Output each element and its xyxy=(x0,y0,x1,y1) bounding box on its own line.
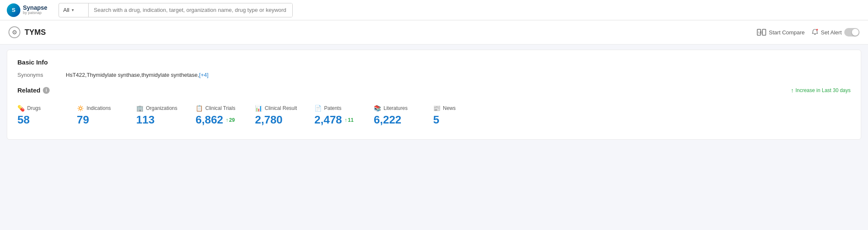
toggle-knob xyxy=(852,29,859,36)
stat-value: 79 xyxy=(77,113,89,126)
stat-icon: 🔅 xyxy=(77,105,84,112)
stat-label: Clinical Trials xyxy=(205,105,235,111)
stat-increase: ↑ 11 xyxy=(344,117,353,123)
synonyms-more-link[interactable]: [+4] xyxy=(199,72,208,78)
related-title-text: Related xyxy=(17,87,40,94)
search-bar: All ▾ xyxy=(59,3,293,17)
svg-rect-1 xyxy=(762,29,766,35)
compare-label: Start Compare xyxy=(769,29,805,36)
top-nav: S Synapse by patsnap All ▾ xyxy=(0,0,868,20)
synonyms-label: Synonyms xyxy=(17,72,56,78)
stat-label: Indications xyxy=(87,105,111,111)
stat-increase: ↑ 29 xyxy=(226,117,235,123)
increase-arrow-icon: ↑ xyxy=(791,87,794,94)
stat-value: 5 xyxy=(433,113,439,126)
synonyms-row: Synonyms HsT422,Thymidylate synthase,thy… xyxy=(17,72,851,78)
stat-icon: 📰 xyxy=(433,105,440,112)
stat-icon: 💊 xyxy=(17,105,25,112)
start-compare-button[interactable]: US Start Compare xyxy=(757,28,805,36)
stat-label: Patents xyxy=(324,105,342,111)
stat-label: News xyxy=(443,105,456,111)
alert-toggle[interactable] xyxy=(844,28,860,36)
chevron-down-icon: ▾ xyxy=(72,8,74,12)
basic-info-title: Basic Info xyxy=(17,59,851,66)
stat-label: Literatures xyxy=(384,105,408,111)
stat-icon: 🏢 xyxy=(136,105,143,112)
search-input[interactable] xyxy=(89,3,292,17)
stat-value: 2,780 xyxy=(255,113,283,126)
compare-icon: US xyxy=(757,28,766,36)
stat-item[interactable]: 🔅Indications79 xyxy=(77,101,136,131)
stat-item[interactable]: 📚Literatures6,222 xyxy=(374,101,433,131)
stat-item[interactable]: 💊Drugs58 xyxy=(17,101,77,131)
drug-name: TYMS xyxy=(25,28,46,37)
stat-icon: 📚 xyxy=(374,105,381,112)
target-icon: ⚙ xyxy=(8,26,20,38)
stat-icon: 📄 xyxy=(314,105,322,112)
svg-text:US: US xyxy=(758,31,763,34)
alert-label: Set Alert xyxy=(821,29,842,36)
stat-value: 2,478 xyxy=(314,113,342,126)
logo-sub-text: by patsnap xyxy=(23,11,48,15)
stat-value: 113 xyxy=(136,113,154,126)
stat-value: 58 xyxy=(17,113,30,126)
stat-item[interactable]: 📋Clinical Trials6,862↑ 29 xyxy=(196,101,255,131)
stat-label: Clinical Result xyxy=(265,105,297,111)
stat-item[interactable]: 🏢Organizations113 xyxy=(136,101,196,131)
filter-label: All xyxy=(63,7,69,13)
set-alert-button[interactable]: Set Alert xyxy=(812,28,860,36)
stat-label: Drugs xyxy=(27,105,41,111)
stat-icon: 📋 xyxy=(196,105,203,112)
increase-arrow-icon: ↑ xyxy=(344,117,347,123)
logo-main-text: Synapse xyxy=(23,5,48,11)
stats-grid: 💊Drugs58🔅Indications79🏢Organizations113📋… xyxy=(17,101,851,131)
stat-item[interactable]: 📰News5 xyxy=(433,101,493,131)
stat-item[interactable]: 📊Clinical Result2,780 xyxy=(255,101,314,131)
stat-item[interactable]: 📄Patents2,478↑ 11 xyxy=(314,101,374,131)
logo-icon: S xyxy=(7,3,20,17)
filter-dropdown[interactable]: All ▾ xyxy=(59,3,89,17)
related-info-icon[interactable]: i xyxy=(43,87,50,94)
stat-value: 6,862 xyxy=(196,113,223,126)
svg-point-3 xyxy=(816,29,818,31)
alert-icon xyxy=(812,28,818,36)
drug-header: ⚙ TYMS US Start Compare Set Alert xyxy=(0,20,868,45)
logo: S Synapse by patsnap xyxy=(7,3,53,17)
increase-arrow-icon: ↑ xyxy=(226,117,228,123)
stat-icon: 📊 xyxy=(255,105,262,112)
stat-value: 6,222 xyxy=(374,113,401,126)
main-card: Basic Info Synonyms HsT422,Thymidylate s… xyxy=(7,50,861,140)
stat-label: Organizations xyxy=(146,105,177,111)
related-header: Related i ↑ Increase in Last 30 days xyxy=(17,87,851,94)
increase-note: ↑ Increase in Last 30 days xyxy=(791,87,851,94)
synonyms-value: HsT422,Thymidylate synthase,thymidylate … xyxy=(66,72,208,78)
